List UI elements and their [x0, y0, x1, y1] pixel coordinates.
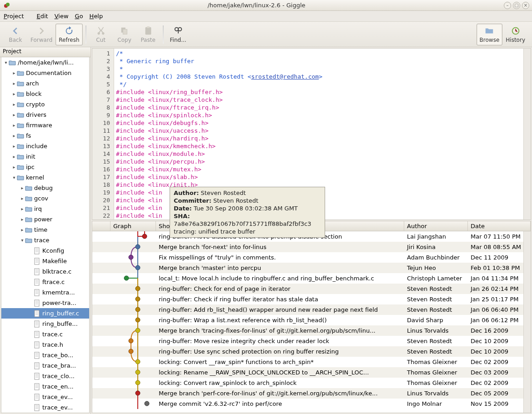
tree-file[interactable]: ring_buffe...	[1, 319, 89, 329]
expander-icon[interactable]: ▸	[11, 123, 17, 128]
tree-file[interactable]: blktrace.c	[1, 266, 89, 277]
tree-file[interactable]: ftrace.c	[1, 277, 89, 287]
menu-help[interactable]: Help	[90, 13, 103, 20]
tree-folder[interactable]: ▸debug	[1, 183, 89, 193]
code-line[interactable]: #include <linux/kmemcheck.h>	[116, 142, 522, 150]
commit-row[interactable]: Merge commit 'v2.6.32-rc7' into perf/cor…	[92, 399, 531, 409]
tree-file[interactable]: trace_ev...	[1, 392, 89, 402]
code-line[interactable]: #include <linux/module.h>	[116, 150, 522, 158]
code-line[interactable]: #include <linux/hardirq.h>	[116, 135, 522, 142]
tree-folder[interactable]: ▸arch	[1, 78, 89, 89]
tree-file[interactable]: trace.h	[1, 339, 89, 350]
commit-row[interactable]: Merge branch 'tracing-fixes-for-linus' o…	[92, 325, 531, 336]
code-line[interactable]: #include <linux/ring_buffer.h>	[116, 88, 522, 96]
commit-row[interactable]: Fix misspellings of "truly" in comments.…	[92, 252, 531, 263]
commit-list[interactable]: ring-buffer: Move disabled check into pr…	[92, 231, 531, 413]
expander-icon[interactable]: ▸	[11, 81, 17, 86]
expander-icon[interactable]: ▸	[11, 70, 17, 75]
tree-folder[interactable]: ▾/home/jake/lwn/li...	[1, 57, 89, 68]
cut-button[interactable]: Cut	[89, 24, 113, 45]
commit-row[interactable]: locking: Convert raw_spinlock to arch_sp…	[92, 378, 531, 388]
history-button[interactable]: History	[502, 24, 528, 45]
tree-file[interactable]: Kconfig	[1, 245, 89, 256]
commit-row[interactable]: local_t: Move local.h include to ringbuf…	[92, 273, 531, 284]
menu-go[interactable]: Go	[75, 13, 83, 20]
code-line[interactable]: #include <linux/percpu.h>	[116, 158, 522, 165]
maximize-button[interactable]: ▢	[513, 2, 520, 9]
commit-header-blank[interactable]	[92, 221, 110, 231]
tree-folder[interactable]: ▸include	[1, 141, 89, 151]
code-line[interactable]: #include <linux/debugfs.h>	[116, 119, 522, 127]
expander-icon[interactable]: ▸	[20, 217, 25, 222]
tree-folder[interactable]: ▸drivers	[1, 110, 89, 120]
tree-file[interactable]: trace_bra...	[1, 360, 89, 371]
commit-row[interactable]: ring-buffer: Move resize integrity check…	[92, 336, 531, 346]
commit-row[interactable]: ring-buffer: Check if ring buffer iterat…	[92, 294, 531, 304]
tree-folder[interactable]: ▸power	[1, 214, 89, 224]
tree-file[interactable]: trace.c	[1, 329, 89, 339]
expander-icon[interactable]: ▸	[11, 102, 17, 107]
tree-folder[interactable]: ▸crypto	[1, 99, 89, 110]
commit-row[interactable]: Merge branch 'master' into percpuTejun H…	[92, 263, 531, 273]
tree-folder[interactable]: ▸irq	[1, 204, 89, 214]
expander-icon[interactable]: ▸	[11, 144, 17, 149]
browse-button[interactable]: Browse	[477, 24, 503, 45]
code-line[interactable]: #include <linux/spinlock.h>	[116, 111, 522, 119]
expander-icon[interactable]: ▾	[11, 175, 17, 180]
code-line[interactable]: #include <linux/uaccess.h>	[116, 127, 522, 135]
tree-folder[interactable]: ▸init	[1, 151, 89, 162]
commit-scrollbar[interactable]	[523, 231, 531, 413]
tree-file[interactable]: kmemtra...	[1, 287, 89, 298]
menu-project[interactable]: Project	[4, 13, 30, 20]
forward-button[interactable]: Forward	[27, 24, 55, 45]
paste-button[interactable]: Paste	[136, 24, 160, 45]
tree-file[interactable]: trace_clo...	[1, 371, 89, 381]
refresh-button[interactable]: Refresh	[55, 24, 82, 45]
expander-icon[interactable]: ▸	[20, 206, 25, 211]
tree-folder[interactable]: ▾trace	[1, 235, 89, 245]
tree-folder[interactable]: ▾kernel	[1, 172, 89, 183]
code-line[interactable]: #include <linux/trace_clock.h>	[116, 96, 522, 104]
expander-icon[interactable]: ▾	[20, 238, 25, 243]
commit-row[interactable]: ring-buffer: Add rb_list_head() wrapper …	[92, 304, 531, 315]
copy-button[interactable]: Copy	[113, 24, 136, 45]
tree-file[interactable]: trace_bo...	[1, 350, 89, 360]
commit-header-date[interactable]: Date	[468, 221, 531, 231]
back-button[interactable]: Back	[4, 24, 27, 45]
expander-icon[interactable]: ▸	[20, 196, 25, 201]
code-line[interactable]: * Copyright (C) 2008 Steven Rostedt <sro…	[116, 73, 522, 80]
tree-folder[interactable]: ▸firmware	[1, 120, 89, 130]
tree-folder[interactable]: ▸ipc	[1, 162, 89, 172]
code-line[interactable]: #include <linux/slab.h>	[116, 173, 522, 181]
expander-icon[interactable]: ▸	[20, 185, 25, 190]
commit-row[interactable]: locking: Convert __raw_spin* functions t…	[92, 357, 531, 367]
tree-file[interactable]: power-tra...	[1, 298, 89, 308]
code-line[interactable]: /*	[116, 50, 522, 57]
commit-row[interactable]: ring-buffer: Wrap a list.next reference …	[92, 315, 531, 325]
expander-icon[interactable]: ▾	[3, 60, 9, 65]
tree-file[interactable]: trace_ev...	[1, 402, 89, 413]
tree-folder[interactable]: ▸gcov	[1, 193, 89, 204]
tree-file[interactable]: Makefile	[1, 256, 89, 266]
commit-row[interactable]: Merge branch 'for-next' into for-linusJi…	[92, 242, 531, 252]
commit-header-graph[interactable]: Graph	[110, 221, 156, 231]
find-button[interactable]: Find...	[166, 24, 190, 45]
tree-folder[interactable]: ▸time	[1, 224, 89, 235]
code-line[interactable]: #include <linux/ftrace_irq.h>	[116, 104, 522, 111]
commit-row[interactable]: Merge branch 'perf-core-for-linus' of gi…	[92, 388, 531, 399]
menu-edit[interactable]: Edit	[37, 13, 48, 20]
tree-folder[interactable]: ▸block	[1, 89, 89, 99]
expander-icon[interactable]: ▸	[20, 227, 25, 232]
tree-folder[interactable]: ▸fs	[1, 130, 89, 141]
code-line[interactable]: *	[116, 65, 522, 73]
close-button[interactable]: ×	[522, 2, 529, 9]
tree-file[interactable]: trace_en...	[1, 381, 89, 392]
expander-icon[interactable]: ▸	[11, 154, 17, 159]
tree-file[interactable]: ring_buffer.c	[1, 308, 89, 319]
commit-row[interactable]: locking: Rename __RAW_SPIN_LOCK_UNLOCKED…	[92, 367, 531, 378]
code-line[interactable]: #include <linux/mutex.h>	[116, 165, 522, 173]
code-scrollbar[interactable]	[523, 49, 531, 219]
code-line[interactable]: * Generic ring buffer	[116, 57, 522, 65]
commit-row[interactable]: ring-buffer: Use sync sched protection o…	[92, 346, 531, 357]
menu-view[interactable]: View	[55, 13, 69, 20]
